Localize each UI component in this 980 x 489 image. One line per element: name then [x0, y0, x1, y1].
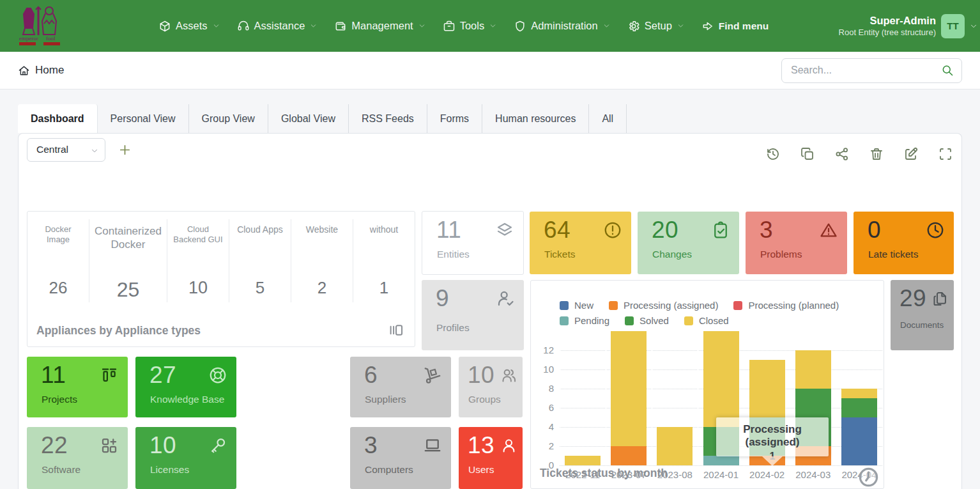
menu-find-menu[interactable]: Find menu: [701, 20, 769, 33]
appliance-type-label: Cloud Backend GUI: [167, 219, 229, 245]
legend-item-pending[interactable]: Pending: [560, 315, 609, 326]
bar-segment-closed[interactable]: [749, 360, 785, 417]
tickets-status-chart-card[interactable]: NewProcessing (assigned)Processing (plan…: [530, 280, 884, 489]
menu-tools[interactable]: Tools: [443, 20, 497, 33]
dashboard-select[interactable]: Central: [27, 138, 105, 162]
menu-administration[interactable]: Administration: [514, 20, 610, 33]
refresh-countdown-icon: [857, 466, 880, 488]
chart-legend: NewProcessing (assigned)Processing (plan…: [560, 300, 870, 326]
tab-all[interactable]: All: [589, 104, 627, 133]
appliances-columns: Docker Image26Containerized Docker25Clou…: [27, 219, 415, 302]
breadcrumb[interactable]: Home: [18, 52, 64, 89]
legend-label: Solved: [639, 315, 669, 326]
licenses-card[interactable]: 10 Licenses: [135, 427, 236, 489]
search-icon[interactable]: [941, 64, 954, 77]
appliance-type-column[interactable]: Containerized Docker25: [89, 219, 167, 302]
legend-label: Processing (planned): [748, 300, 839, 311]
suppliers-card[interactable]: 6 Suppliers: [350, 357, 451, 417]
chart-title: Tickets status by month: [540, 467, 668, 480]
menu-setup[interactable]: Setup: [627, 20, 684, 33]
legend-item-new[interactable]: New: [560, 300, 593, 311]
bar-segment-closed[interactable]: [657, 427, 693, 465]
search-input[interactable]: [782, 59, 938, 81]
menu-assets[interactable]: Assets: [158, 20, 220, 33]
appliance-type-column[interactable]: Cloud Backend GUI10: [167, 219, 229, 302]
gridline: [606, 330, 606, 465]
share-dashboard-button[interactable]: [834, 146, 850, 162]
legend-label: New: [574, 300, 593, 311]
entities-label: Entities: [437, 249, 470, 260]
svg-text:emperor: emperor: [19, 35, 38, 42]
documents-card[interactable]: 29 Documents: [891, 280, 954, 350]
tab-group-view[interactable]: Group View: [189, 104, 268, 133]
groups-label: Groups: [468, 394, 501, 405]
alert-triangle-icon: [819, 221, 838, 240]
bar-segment-closed[interactable]: [703, 331, 739, 427]
user-menu[interactable]: Super-Admin Root Entity (tree structure)…: [839, 0, 977, 52]
y-tick-label: 4: [532, 421, 554, 432]
tab-human-resources[interactable]: Human resources: [482, 104, 589, 133]
legend-item-processing-planned[interactable]: Processing (planned): [733, 300, 839, 311]
bar-segment-solved[interactable]: [841, 398, 877, 417]
tab-rss-feeds[interactable]: RSS Feeds: [349, 104, 427, 133]
entities-card[interactable]: 11 Entities: [422, 211, 524, 275]
edit-dashboard-button[interactable]: [903, 146, 919, 162]
profiles-card[interactable]: 9 Profiles: [422, 280, 524, 350]
computers-count: 3: [364, 432, 378, 459]
legend-item-processing-assigned[interactable]: Processing (assigned): [609, 300, 718, 311]
bar-segment-closed[interactable]: [841, 389, 877, 398]
changes-card[interactable]: 20 Changes: [638, 212, 739, 274]
bar-segment-processing-assigned[interactable]: [611, 446, 647, 465]
software-count: 22: [41, 432, 68, 459]
problems-count: 3: [760, 217, 773, 244]
tab-personal-view[interactable]: Personal View: [98, 104, 189, 133]
tab-forms[interactable]: Forms: [427, 104, 482, 133]
tab-global-view[interactable]: Global View: [268, 104, 349, 133]
tickets-card[interactable]: 64 Tickets: [530, 212, 631, 274]
columns-icon: [387, 322, 404, 339]
lifebuoy-icon: [208, 366, 227, 385]
menu-label: Management: [351, 20, 413, 32]
menu-management[interactable]: Management: [334, 20, 425, 33]
groups-card[interactable]: 10 Groups: [459, 357, 523, 417]
undo-history-button[interactable]: [765, 146, 781, 162]
tickets-label: Tickets: [544, 249, 576, 260]
appliances-card[interactable]: Docker Image26Containerized Docker25Clou…: [27, 211, 415, 347]
users-card[interactable]: 13 Users: [459, 427, 523, 489]
brand-logo[interactable]: emperor fool: [18, 4, 61, 47]
user-name: Super-Admin: [839, 14, 936, 27]
shield-icon: [514, 20, 526, 33]
avatar[interactable]: TT: [941, 14, 965, 38]
laptop-icon: [423, 436, 442, 455]
glpi-dashboard-page: emperor fool AssetsAssistanceManagementT…: [0, 0, 980, 489]
projects-label: Projects: [42, 394, 77, 405]
bar-segment-closed[interactable]: [565, 456, 601, 465]
appliance-type-column[interactable]: Cloud Apps5: [229, 219, 291, 302]
problems-card[interactable]: 3 Problems: [746, 212, 847, 274]
appliance-type-column[interactable]: Website2: [291, 219, 353, 302]
appliance-type-column[interactable]: Docker Image26: [27, 219, 89, 302]
legend-item-closed[interactable]: Closed: [684, 315, 729, 326]
computers-card[interactable]: 3 Computers: [350, 427, 451, 489]
tooltip-arrow: [762, 456, 783, 466]
tab-dashboard[interactable]: Dashboard: [18, 104, 98, 133]
legend-item-solved[interactable]: Solved: [625, 315, 669, 326]
bar-segment-new[interactable]: [841, 417, 877, 465]
fullscreen-dashboard-button[interactable]: [938, 146, 953, 162]
delete-dashboard-button[interactable]: [869, 146, 884, 162]
profiles-label: Profiles: [436, 322, 470, 334]
add-dashboard-button[interactable]: [118, 143, 132, 157]
appliance-type-column[interactable]: without1: [353, 219, 415, 302]
late-tickets-card[interactable]: 0 Late tickets: [854, 212, 954, 274]
brand-logo-image: emperor fool: [18, 4, 61, 47]
software-card[interactable]: 22 Software: [27, 427, 128, 489]
menu-assistance[interactable]: Assistance: [237, 20, 318, 33]
bar-segment-closed[interactable]: [795, 350, 831, 389]
duplicate-dashboard-button[interactable]: [800, 146, 815, 162]
licenses-count: 10: [149, 432, 176, 459]
box-icon: [158, 20, 171, 33]
secondary-bar: Home: [0, 52, 980, 89]
projects-card[interactable]: 11 Projects: [27, 357, 128, 417]
knowledge-base-card[interactable]: 27 Knowledge Base: [135, 357, 236, 417]
bar-segment-closed[interactable]: [611, 331, 647, 446]
